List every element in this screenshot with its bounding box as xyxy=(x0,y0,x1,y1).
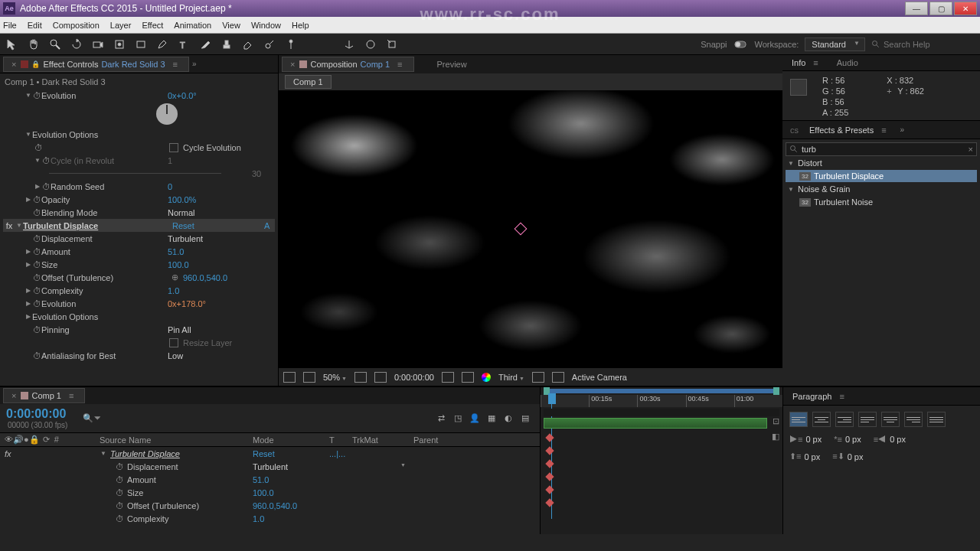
stopwatch-icon[interactable]: ⏱ xyxy=(32,286,41,295)
position-target-icon[interactable]: ⊕ xyxy=(172,272,178,282)
comp-marker-icon[interactable]: ◧ xyxy=(772,432,779,442)
layer-duration-bar[interactable] xyxy=(544,418,767,429)
effects-presets-tab[interactable]: Effects & Presets≡ xyxy=(803,123,897,137)
justify-all-button[interactable] xyxy=(927,412,946,427)
timeline-effect-row[interactable]: fx ▼Turbulent Displace Reset ...|... xyxy=(0,447,540,460)
indent-left-value[interactable]: 0 px xyxy=(805,435,822,444)
prop-opacity-value[interactable]: 100.0% xyxy=(168,195,275,204)
graph-editor-icon[interactable]: ▤ xyxy=(517,411,534,426)
timeline-timecode[interactable]: 0:00:00:00 xyxy=(6,407,67,421)
timeline-reset-link[interactable]: Reset xyxy=(253,449,329,458)
type-tool-icon[interactable]: T xyxy=(176,37,191,52)
puppet-tool-icon[interactable] xyxy=(283,37,299,52)
pinning-dropdown[interactable]: Pin All xyxy=(168,325,275,334)
clear-search-icon[interactable]: × xyxy=(969,145,973,154)
composition-tab[interactable]: × Composition Comp 1 ≡ xyxy=(282,57,414,72)
prop-complexity-value[interactable]: 1.0 xyxy=(168,286,275,295)
hand-tool-icon[interactable] xyxy=(26,37,41,52)
pixel-aspect-icon[interactable] xyxy=(552,372,564,383)
audio-tab[interactable]: Audio xyxy=(829,55,866,70)
minimize-button[interactable]: — xyxy=(905,2,928,15)
stopwatch-icon[interactable]: ⏱ xyxy=(32,351,41,360)
timeline-prop-row[interactable]: ⏱Size 100.0 xyxy=(0,486,540,499)
menu-window[interactable]: Window xyxy=(251,21,281,30)
roi-icon[interactable] xyxy=(374,372,387,383)
rotation-tool-icon[interactable] xyxy=(69,37,84,52)
frame-blend-icon[interactable]: ▦ xyxy=(483,411,500,426)
timeline-tab[interactable]: × Comp 1 ≡ xyxy=(3,388,85,403)
lock-icon[interactable]: 🔒 xyxy=(31,60,40,68)
evolution-dial[interactable] xyxy=(156,103,178,125)
prop-size-value[interactable]: 100.0 xyxy=(168,260,275,269)
menu-view[interactable]: View xyxy=(222,21,240,30)
motion-blur-icon[interactable]: ◐ xyxy=(500,411,517,426)
keyframe-icon[interactable] xyxy=(545,446,554,455)
stopwatch-icon[interactable]: ⏱ xyxy=(34,143,43,152)
workspace-dropdown[interactable]: Standard xyxy=(805,37,865,51)
stopwatch-icon[interactable]: ⏱ xyxy=(32,299,41,308)
comp-mini-flowchart-icon[interactable]: ⇄ xyxy=(433,411,449,426)
show-snapshot-icon[interactable] xyxy=(462,372,474,383)
keyframe-icon[interactable] xyxy=(545,472,554,481)
tab-menu-icon[interactable]: ≡ xyxy=(877,126,890,135)
indent-firstline-value[interactable]: 0 px xyxy=(845,435,861,444)
fx-toggle-icon[interactable]: fx xyxy=(3,221,15,230)
keyframe-icon[interactable] xyxy=(545,498,554,507)
snapshot-icon[interactable] xyxy=(442,372,454,383)
keyframe-icon[interactable] xyxy=(545,433,554,442)
effect-reset-link[interactable]: Reset xyxy=(172,221,264,230)
work-area-bar[interactable] xyxy=(544,389,779,393)
clone-stamp-tool-icon[interactable] xyxy=(219,37,234,52)
flowchart-chip[interactable]: Comp 1 xyxy=(285,75,332,89)
zoom-tool-icon[interactable] xyxy=(47,37,63,52)
view-axis-icon[interactable] xyxy=(384,37,400,52)
category-distort[interactable]: ▼Distort xyxy=(786,156,977,170)
timeline-displacement-dropdown[interactable]: Turbulent xyxy=(253,462,329,471)
timeline-prop-row[interactable]: ⏱Amount 51.0 xyxy=(0,473,540,486)
tab-menu-icon[interactable]: ≡ xyxy=(64,391,78,400)
timeline-prop-row[interactable]: ⏱Displacement Turbulent xyxy=(0,460,540,473)
snapping-toggle-icon[interactable] xyxy=(733,37,748,52)
camera-tool-icon[interactable] xyxy=(90,37,106,52)
active-camera-label[interactable]: Active Camera xyxy=(572,373,627,382)
effect-name-turbulent-displace[interactable]: Turbulent Displace xyxy=(23,221,98,230)
prop-evolution-value[interactable]: 0x+0.0° xyxy=(168,91,275,100)
time-ruler[interactable]: 00:15s 00:30s 00:45s 01:00 xyxy=(541,395,782,407)
prop-evolution2-value[interactable]: 0x+178.0° xyxy=(168,299,275,308)
displacement-dropdown[interactable]: Turbulent xyxy=(168,234,275,243)
zoom-dropdown[interactable]: 50% xyxy=(323,373,347,382)
resolution-icon[interactable] xyxy=(354,372,367,383)
blending-mode-dropdown[interactable]: Normal xyxy=(168,208,275,217)
close-icon[interactable]: × xyxy=(289,60,296,69)
stopwatch-icon[interactable]: ⏱ xyxy=(32,234,41,243)
panel-expand-icon[interactable]: » xyxy=(897,126,908,134)
toggle-transparency-icon[interactable] xyxy=(303,372,315,383)
indent-right-value[interactable]: 0 px xyxy=(890,435,906,444)
prop-offset-value[interactable]: 960.0,540.0 xyxy=(183,273,275,282)
composition-viewer[interactable] xyxy=(279,90,782,367)
eraser-tool-icon[interactable] xyxy=(240,37,256,52)
preset-turbulent-noise[interactable]: 32Turbulent Noise xyxy=(786,196,977,208)
view-layout-icon[interactable] xyxy=(532,372,544,383)
help-search-input[interactable] xyxy=(884,40,975,49)
prop-random-seed-value[interactable]: 0 xyxy=(168,182,275,191)
space-before-value[interactable]: 0 px xyxy=(804,452,820,461)
tab-menu-icon[interactable]: ≡ xyxy=(168,60,182,69)
tab-menu-icon[interactable]: ≡ xyxy=(393,60,407,69)
brush-tool-icon[interactable] xyxy=(198,37,213,52)
rectangle-tool-icon[interactable] xyxy=(133,37,149,52)
view3d-dropdown[interactable]: Third xyxy=(498,373,524,382)
justify-last-center-button[interactable] xyxy=(881,412,900,427)
channel-icon[interactable] xyxy=(482,373,491,382)
keyframe-icon[interactable] xyxy=(545,459,554,468)
effect-controls-tab[interactable]: × 🔒 Effect Controls Dark Red Solid 3 ≡ xyxy=(3,57,189,72)
pan-behind-tool-icon[interactable] xyxy=(112,37,127,52)
justify-last-left-button[interactable] xyxy=(858,412,877,427)
preview-tab[interactable]: Preview xyxy=(430,57,475,72)
local-axis-icon[interactable] xyxy=(341,37,357,52)
panel-truncated-tab[interactable]: cs xyxy=(786,122,803,138)
effects-search-box[interactable]: × xyxy=(786,142,977,156)
preset-turbulent-displace[interactable]: 32Turbulent Displace xyxy=(786,170,977,182)
keyframe-icon[interactable] xyxy=(545,485,554,494)
prop-amount-value[interactable]: 51.0 xyxy=(168,247,275,256)
